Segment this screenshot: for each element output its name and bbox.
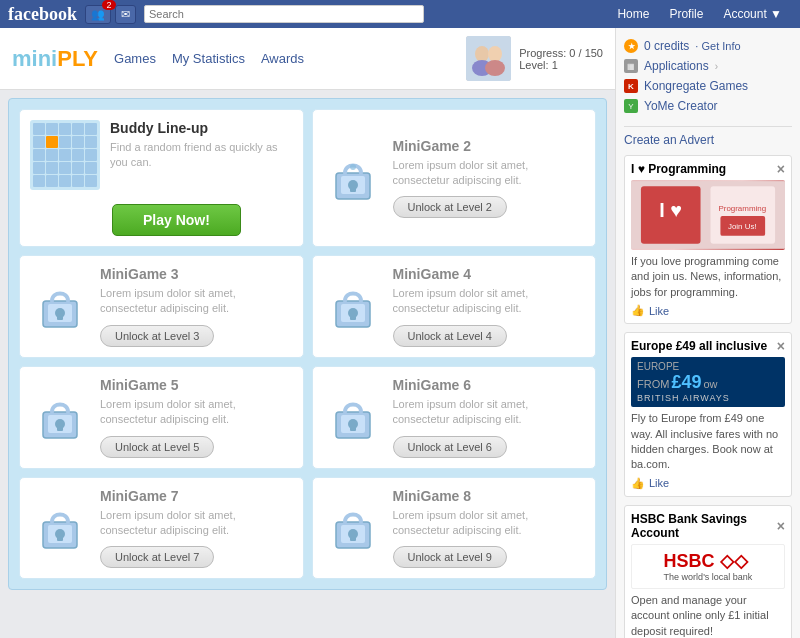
- svg-rect-13: [57, 313, 63, 320]
- svg-point-3: [488, 46, 502, 62]
- create-advert-link[interactable]: Create an Advert: [624, 133, 792, 147]
- miniplay-header: miniPLY Games My Statistics Awards: [0, 28, 615, 90]
- credits-label[interactable]: 0 credits: [644, 39, 689, 53]
- unlock-btn-minigame7[interactable]: Unlock at Level 7: [100, 546, 214, 568]
- buddy-cell: [85, 123, 97, 135]
- thumbs-up-icon-2: 👍: [631, 477, 645, 490]
- game-card-minigame8: MiniGame 8 Lorem ipsum dolor sit amet, c…: [312, 477, 597, 580]
- minigame3-desc: Lorem ipsum dolor sit amet, consectetur …: [100, 286, 293, 317]
- fb-friends-icon[interactable]: 👥 2: [85, 5, 111, 24]
- ad2-body: Fly to Europe from £49 one way. All incl…: [631, 411, 785, 473]
- svg-rect-21: [57, 424, 63, 431]
- ad1-title: I ♥ Programming: [631, 162, 726, 176]
- minigame2-thumb: [323, 148, 383, 208]
- game-card-buddy-lineup: Buddy Line-up Find a random friend as qu…: [19, 109, 304, 247]
- profile-info: Progress: 0 / 150 Level: 1: [519, 47, 603, 71]
- ad1-image: I ♥ Programming Join Us!: [631, 180, 785, 250]
- fb-message-icon[interactable]: ✉: [115, 5, 136, 24]
- ad3-close-button[interactable]: ×: [777, 519, 785, 533]
- ad1-body: If you love programming come and join us…: [631, 254, 785, 300]
- minigame5-title: MiniGame 5: [100, 377, 293, 393]
- minigame7-info: MiniGame 7 Lorem ipsum dolor sit amet, c…: [100, 488, 293, 569]
- ad1-graphic: I ♥ Programming Join Us!: [631, 181, 785, 249]
- lock-icon: [328, 151, 378, 206]
- ad1-like-label: Like: [649, 305, 669, 317]
- lock-icon: [35, 279, 85, 334]
- ad2-like[interactable]: 👍 Like: [631, 477, 785, 490]
- unlock-btn-minigame8[interactable]: Unlock at Level 9: [393, 546, 507, 568]
- search-input[interactable]: [144, 5, 424, 23]
- ad3-body: Open and manage your account online only…: [631, 593, 785, 638]
- buddy-cell: [33, 162, 45, 174]
- buddy-lineup-desc: Find a random friend as quickly as you c…: [110, 140, 293, 171]
- play-now-button[interactable]: Play Now!: [112, 204, 241, 236]
- game-card-minigame6: MiniGame 6 Lorem ipsum dolor sit amet, c…: [312, 366, 597, 469]
- fb-nav-home[interactable]: Home: [607, 0, 659, 28]
- ad1-close-button[interactable]: ×: [777, 162, 785, 176]
- ad2-close-button[interactable]: ×: [777, 339, 785, 353]
- nav-games[interactable]: Games: [114, 51, 156, 66]
- applications-link[interactable]: Applications: [644, 59, 709, 73]
- ad2-price: £49: [671, 372, 701, 393]
- minigame6-info: MiniGame 6 Lorem ipsum dolor sit amet, c…: [393, 377, 586, 458]
- game-card-minigame4: MiniGame 4 Lorem ipsum dolor sit amet, c…: [312, 255, 597, 358]
- ad-programming: I ♥ Programming × I ♥ Programming Join U…: [624, 155, 792, 324]
- minigame6-thumb: [323, 387, 383, 447]
- ad-hsbc: HSBC Bank Savings Account × HSBC ◇◇ The …: [624, 505, 792, 638]
- hsbc-logo: HSBC ◇◇ The world's local bank: [664, 550, 753, 582]
- sidebar-credits-section: ★ 0 credits · Get Info ▦ Applications › …: [624, 36, 792, 116]
- buddy-cell: [33, 149, 45, 161]
- credits-row: ★ 0 credits · Get Info: [624, 36, 792, 56]
- nav-statistics[interactable]: My Statistics: [172, 51, 245, 66]
- fb-nav-profile[interactable]: Profile: [659, 0, 713, 28]
- unlock-btn-minigame3[interactable]: Unlock at Level 3: [100, 325, 214, 347]
- lock-icon: [35, 500, 85, 555]
- europe-label: EUROPE: [637, 361, 779, 372]
- unlock-btn-minigame5[interactable]: Unlock at Level 5: [100, 436, 214, 458]
- europe-price-row: FROM £49 ow: [637, 372, 779, 393]
- minigame7-desc: Lorem ipsum dolor sit amet, consectetur …: [100, 508, 293, 539]
- buddy-lineup-title: Buddy Line-up: [110, 120, 293, 136]
- yome-link[interactable]: YoMe Creator: [644, 99, 718, 113]
- ad3-title: HSBC Bank Savings Account: [631, 512, 777, 540]
- buddy-cell: [72, 123, 84, 135]
- kongregate-icon: K: [624, 79, 638, 93]
- buddy-cell: [33, 123, 45, 135]
- logo-mini: mini: [12, 46, 57, 71]
- yome-row: Y YoMe Creator: [624, 96, 792, 116]
- unlock-btn-minigame4[interactable]: Unlock at Level 4: [393, 325, 507, 347]
- buddy-cell: [46, 162, 58, 174]
- fb-nav-account[interactable]: Account ▼: [713, 0, 792, 28]
- ad2-like-label: Like: [649, 477, 669, 489]
- applications-arrow: ›: [715, 61, 718, 72]
- miniplay-logo: miniPLY: [12, 46, 98, 72]
- price-suffix: ow: [703, 378, 717, 390]
- minigame3-info: MiniGame 3 Lorem ipsum dolor sit amet, c…: [100, 266, 293, 347]
- buddy-cell: [59, 149, 71, 161]
- unlock-btn-minigame2[interactable]: Unlock at Level 2: [393, 196, 507, 218]
- ad1-like[interactable]: 👍 Like: [631, 304, 785, 317]
- miniplay-nav: Games My Statistics Awards: [114, 51, 304, 66]
- svg-rect-25: [350, 424, 356, 431]
- svg-rect-8: [350, 185, 356, 192]
- svg-text:Join Us!: Join Us!: [728, 222, 757, 231]
- nav-awards[interactable]: Awards: [261, 51, 304, 66]
- get-info-link[interactable]: · Get Info: [695, 40, 740, 52]
- buddy-cell: [46, 149, 58, 161]
- svg-rect-33: [350, 534, 356, 541]
- minigame8-thumb: [323, 498, 383, 558]
- svg-rect-17: [350, 313, 356, 320]
- facebook-nav: Home Profile Account ▼: [607, 0, 792, 28]
- unlock-btn-minigame6[interactable]: Unlock at Level 6: [393, 436, 507, 458]
- minigame6-title: MiniGame 6: [393, 377, 586, 393]
- kongregate-link[interactable]: Kongregate Games: [644, 79, 748, 93]
- hsbc-text: HSBC ◇◇: [664, 551, 748, 571]
- svg-rect-29: [57, 534, 63, 541]
- buddy-lineup-info: Buddy Line-up Find a random friend as qu…: [110, 120, 293, 179]
- minigame5-info: MiniGame 5 Lorem ipsum dolor sit amet, c…: [100, 377, 293, 458]
- main-wrapper: miniPLY Games My Statistics Awards: [0, 28, 800, 638]
- british-airways-logo: BRITISH AIRWAYS: [637, 393, 779, 403]
- minigame3-title: MiniGame 3: [100, 266, 293, 282]
- ad2-inner: EUROPE FROM £49 ow BRITISH AIRWAYS: [631, 357, 785, 407]
- buddy-cell: [46, 175, 58, 187]
